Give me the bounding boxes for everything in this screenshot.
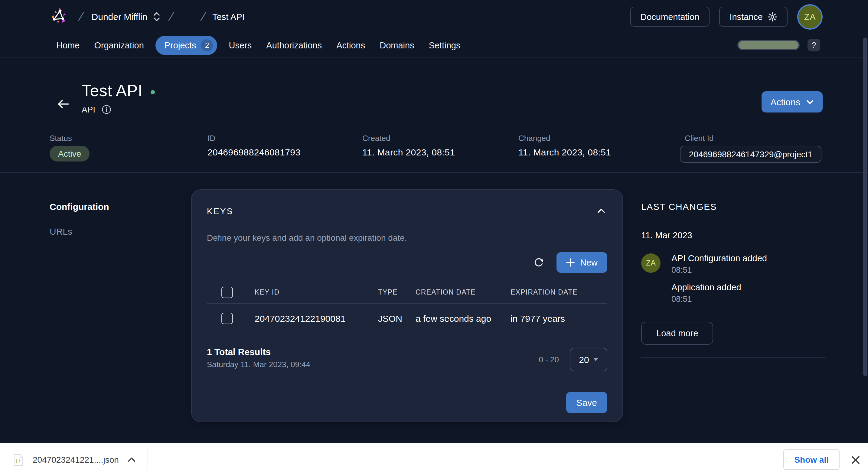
org-selector[interactable]: Dunder Mifflin [90,9,161,24]
tab-settings[interactable]: Settings [429,37,461,54]
col-header-creation-date: CREATION DATE [415,288,510,296]
svg-text:{}: {} [15,458,21,463]
col-header-key-id: KEY ID [255,288,378,296]
sidebar-item-configuration[interactable]: Configuration [50,201,191,212]
changed-value: 11. March 2023, 08:51 [518,147,611,157]
meta-client-id: Client Id 204696988246147329@project1 [680,134,822,163]
keys-card-description: Define your keys and add an optional exp… [207,233,607,243]
instance-button[interactable]: Instance [719,7,787,27]
id-value: 204696988246081793 [208,147,301,157]
event-time: 08:51 [672,294,767,304]
section-sidebar: Configuration URLs [50,189,191,251]
event-label: Application added [672,282,767,292]
actions-label: Actions [771,97,800,107]
change-event: API Configuration added 08:51 [672,253,767,275]
sidebar-item-urls[interactable]: URLs [50,226,191,236]
table-row[interactable]: 204702324122190081 JSON a few seconds ag… [207,304,607,333]
meta-created: Created 11. March 2023, 08:51 [362,134,455,157]
breadcrumb-separator: / [78,10,84,23]
help-button[interactable]: ? [807,39,820,52]
chevron-down-icon [806,99,813,104]
results-timestamp: Saturday 11. Mar 2023, 09:44 [207,360,310,369]
app-window: / Dunder Mifflin / / Test API Documentat… [0,0,868,476]
meta-status: Status Active [50,134,90,161]
load-more-button[interactable]: Load more [641,322,713,345]
top-bar: / Dunder Mifflin / / Test API Documentat… [0,0,868,33]
new-key-button[interactable]: New [557,252,607,273]
keys-card: KEYS Define your keys and add an optiona… [191,189,623,422]
downloaded-file-chip[interactable]: {} 2047023241221....json [13,453,136,466]
client-id-label: Client Id [685,134,822,143]
event-avatar: ZA [641,253,660,273]
page-header: Test API API Actions [0,58,868,130]
last-changes-title: LAST CHANGES [641,201,826,212]
created-label: Created [362,134,455,143]
instance-label: Instance [730,12,763,22]
tab-projects[interactable]: Projects 2 [155,35,217,55]
save-button[interactable]: Save [566,392,607,413]
page-size-select[interactable]: 20 [570,348,607,371]
tab-projects-label: Projects [164,40,196,50]
cell-expiration-date: in 7977 years [510,313,607,323]
status-dot [150,90,155,94]
row-checkbox[interactable] [221,312,233,324]
gear-icon [768,12,777,22]
download-shelf: {} 2047023241221....json Show all [0,443,868,476]
id-label: ID [208,134,301,143]
page-size-value: 20 [579,354,589,365]
col-header-expiration-date: EXPIRATION DATE [510,288,607,296]
top-bar-actions: Documentation Instance ZA [630,4,823,29]
tab-organization[interactable]: Organization [94,37,144,54]
refresh-button[interactable] [531,255,546,270]
documentation-button[interactable]: Documentation [630,7,710,27]
tab-users[interactable]: Users [229,37,252,54]
created-value: 11. March 2023, 08:51 [362,147,455,157]
change-event-group: ZA API Configuration added 08:51 Applica… [641,253,826,304]
chevron-up-icon [597,208,606,214]
close-download-bar-button[interactable] [849,453,863,467]
unfold-more-icon [153,11,160,22]
breadcrumb-app[interactable]: Test API [212,12,244,22]
breadcrumb-separator: / [168,10,173,23]
event-time: 08:51 [672,265,767,275]
col-header-type: TYPE [378,288,415,296]
meta-row: Status Active ID 204696988246081793 Crea… [0,130,868,173]
keys-table-header: KEY ID TYPE CREATION DATE EXPIRATION DAT… [207,281,607,304]
select-all-checkbox[interactable] [221,286,233,298]
back-arrow-icon [57,99,69,109]
tab-home[interactable]: Home [56,37,80,54]
info-icon[interactable] [101,105,111,114]
projects-count-badge: 2 [201,39,213,51]
documentation-label: Documentation [640,12,699,22]
scrollbar[interactable] [863,37,867,376]
divider [641,357,826,358]
close-icon [851,455,860,464]
client-id-chip[interactable]: 204696988246147329@project1 [680,146,822,163]
new-key-label: New [580,258,598,267]
content-area: Configuration URLs KEYS Define your keys… [0,173,868,422]
app-type-label: API [82,105,95,114]
tab-authorizations[interactable]: Authorizations [266,37,322,54]
plus-icon [566,258,575,267]
cell-key-id: 204702324122190081 [255,313,378,323]
last-changes-panel: LAST CHANGES 11. Mar 2023 ZA API Configu… [641,189,826,358]
org-name: Dunder Mifflin [92,11,148,22]
back-button[interactable] [55,96,72,114]
collapse-card-button[interactable] [595,204,607,217]
page-range: 0 - 20 [539,355,559,364]
tab-actions[interactable]: Actions [336,37,365,54]
refresh-icon [533,257,545,268]
main-nav: Home Organization Projects 2 Users Autho… [0,33,868,58]
results-summary: 1 Total Results Saturday 11. Mar 2023, 0… [207,347,310,369]
onboarding-progress-bar [739,41,799,49]
actions-menu-button[interactable]: Actions [762,91,823,113]
change-event: Application added 08:51 [672,282,767,304]
show-all-downloads-button[interactable]: Show all [783,449,840,470]
caret-up-icon[interactable] [128,457,136,462]
tab-domains[interactable]: Domains [379,37,414,54]
user-avatar[interactable]: ZA [797,4,823,29]
json-file-icon: {} [13,453,24,466]
status-badge: Active [50,146,90,161]
zitadel-logo-icon[interactable] [49,5,71,28]
breadcrumb-separator: / [200,10,206,23]
